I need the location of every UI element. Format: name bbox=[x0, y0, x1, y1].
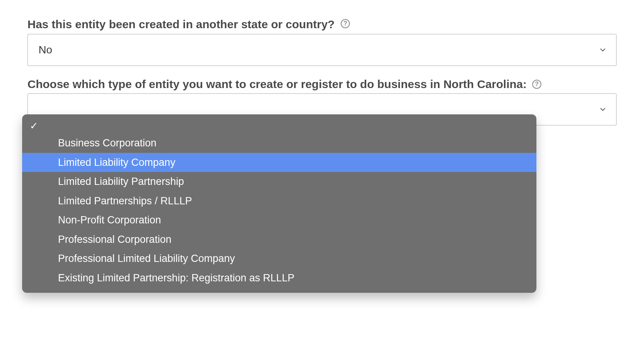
select-other-state-value: No bbox=[39, 44, 52, 56]
dropdown-option[interactable]: Limited Liability Partnership bbox=[22, 172, 536, 191]
dropdown-option-label: Limited Liability Company bbox=[58, 157, 175, 168]
label-text-entity-type: Choose which type of entity you want to … bbox=[27, 78, 527, 90]
help-icon[interactable]: ? bbox=[341, 19, 350, 28]
dropdown-option-label: Limited Partnerships / RLLLP bbox=[58, 195, 192, 207]
dropdown-option[interactable]: Limited Partnerships / RLLLP bbox=[22, 191, 536, 211]
dropdown-option-label: Limited Liability Partnership bbox=[58, 176, 184, 187]
chevron-down-icon bbox=[599, 46, 607, 54]
dropdown-option[interactable]: Professional Corporation bbox=[22, 230, 536, 249]
dropdown-option-label: Business Corporation bbox=[58, 137, 156, 149]
dropdown-option[interactable]: Business Corporation bbox=[22, 133, 536, 153]
dropdown-option-label: Existing Limited Partnership: Registrati… bbox=[58, 272, 295, 284]
dropdown-option-label: Professional Limited Liability Company bbox=[58, 253, 235, 264]
label-other-state: Has this entity been created in another … bbox=[27, 17, 617, 32]
dropdown-option-label: Professional Corporation bbox=[58, 234, 171, 245]
field-group-other-state: Has this entity been created in another … bbox=[27, 17, 617, 66]
help-icon[interactable]: ? bbox=[532, 80, 541, 89]
label-text-other-state: Has this entity been created in another … bbox=[27, 17, 335, 32]
dropdown-option[interactable]: Existing Limited Partnership: Registrati… bbox=[22, 268, 536, 288]
select-other-state[interactable]: No bbox=[27, 34, 617, 66]
checkmark-icon: ✓ bbox=[30, 119, 38, 133]
dropdown-option-label: Non-Profit Corporation bbox=[58, 214, 161, 226]
dropdown-entity-type[interactable]: ✓Business CorporationLimited Liability C… bbox=[22, 114, 536, 293]
chevron-down-icon bbox=[599, 105, 607, 114]
label-entity-type: Choose which type of entity you want to … bbox=[27, 77, 617, 92]
form-container: Has this entity been created in another … bbox=[0, 0, 644, 125]
dropdown-option[interactable]: Non-Profit Corporation bbox=[22, 210, 536, 230]
dropdown-option[interactable]: Limited Liability Company bbox=[22, 153, 536, 172]
dropdown-option[interactable]: ✓ bbox=[22, 118, 536, 133]
dropdown-option[interactable]: Professional Limited Liability Company bbox=[22, 249, 536, 268]
